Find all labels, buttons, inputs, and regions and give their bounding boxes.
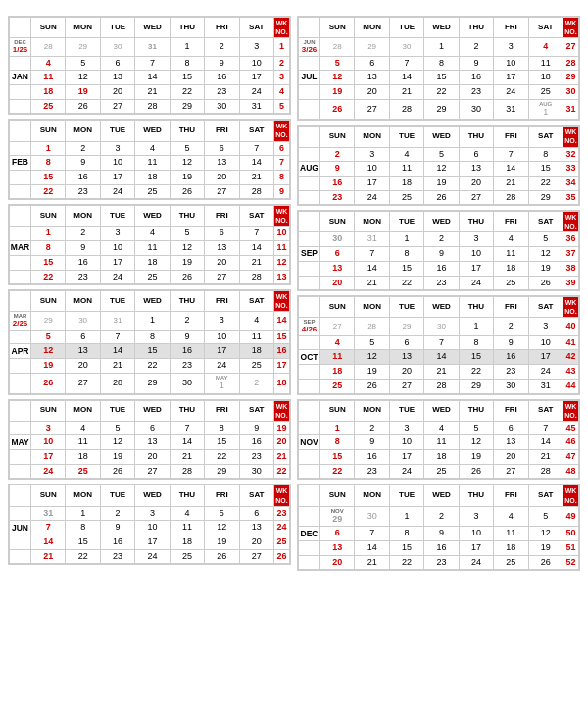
day-cell: 24 [389,464,423,479]
calendar-row: 1415161718192025 [10,535,290,550]
day-cell: 30 [459,99,493,120]
month-col-header [10,485,31,506]
day-header-tue: TUE [389,297,423,318]
day-cell: 22 [31,270,66,284]
day-cell: 13 [459,162,493,177]
day-cell: 24 [494,84,528,99]
day-cell: 18 [320,365,355,380]
day-cell: 17 [459,261,493,276]
day-cell: 30 [170,373,204,393]
day-cell: 9 [424,527,459,541]
day-cell: 18 [135,255,170,270]
day-header-thu: THU [459,127,493,147]
month-label-cell [299,56,320,71]
day-cell: 18 [66,450,100,465]
day-cell: 10 [135,521,170,535]
day-cell: 3 [494,38,528,56]
day-cell: 3 [528,318,563,335]
month-label-cell: JUN [10,521,31,535]
day-cell: 5 [205,506,239,521]
day-cell: 6 [494,421,528,435]
day-cell: 21 [135,84,170,99]
day-cell: 11 [389,162,423,177]
calendar-row: 2223242526272848 [299,464,579,479]
day-cell: 3 [31,421,66,435]
day-cell: 9 [100,521,134,535]
day-cell: 22 [205,450,239,465]
day-cell: 2 [355,421,389,435]
month-label-cell: MAY [10,435,31,450]
day-cell: 7 [355,247,389,262]
day-cell: 27 [459,190,493,205]
day-cell: 12 [424,162,459,177]
day-cell: 14 [100,344,134,359]
calendar-row: 2021222324252639 [299,276,579,290]
month-label-cell: SEP [299,247,320,262]
day-cell: 30 [389,38,423,56]
day-cell: 18 [170,535,204,550]
day-cell: 3 [459,232,493,247]
calendar-row: NOV29301234549 [299,506,579,527]
week-number-cell: 42 [564,350,579,365]
day-header-wed: WED [424,18,459,38]
day-cell: 21 [355,555,389,570]
day-cell: 17 [459,541,493,556]
day-cell: 14 [528,435,563,450]
day-header-sun: SUN [31,400,66,421]
day-cell: 7 [528,421,563,435]
day-cell: 6 [66,330,100,344]
day-header-sun: SUN [31,485,66,506]
day-cell: 7 [239,141,273,156]
day-cell: 17 [100,170,134,184]
calendar-row: 456789102 [10,56,290,71]
day-cell: 3 [389,421,423,435]
day-cell: 20 [459,176,493,190]
day-cell: 27 [66,373,100,393]
day-cell: 28 [31,38,66,56]
day-cell: 3 [135,506,170,521]
calendar-row: DEC1/26282930311231 [10,38,290,56]
week-number-cell: 2 [274,56,290,71]
week-number-cell: 46 [564,435,579,450]
month-label-cell [299,464,320,479]
day-cell: 13 [135,435,170,450]
day-cell: 10 [528,335,563,350]
week-number-cell: 51 [564,541,579,556]
day-cell: 11 [239,330,273,344]
day-cell: 17 [389,450,423,465]
day-cell: 9 [66,156,100,171]
day-cell: 29 [355,38,389,56]
calendar-row: 123456745 [299,421,579,435]
day-cell: MAY1 [205,373,239,393]
day-header-wed: WED [135,18,170,38]
day-header-sun: SUN [31,121,66,141]
day-cell: 17 [355,176,389,190]
day-cell: 20 [205,170,239,184]
day-cell: 15 [31,170,66,184]
day-cell: 21 [170,450,204,465]
day-cell: 26 [528,555,563,570]
day-cell: NOV29 [320,506,355,527]
day-cell: 27 [135,464,170,479]
month-label-cell: FEB [10,156,31,171]
month-label-cell: JAN [10,71,31,85]
calendar-row: 222324252627289 [10,184,290,199]
day-cell: 23 [66,270,100,284]
day-cell: 6 [320,247,355,262]
day-cell: 8 [424,56,459,71]
day-header-wed: WED [424,127,459,147]
day-cell: 28 [424,379,459,393]
day-cell: 11 [170,521,204,535]
day-header-wed: WED [135,400,170,421]
day-cell: 20 [135,450,170,465]
month-label-cell [10,227,31,241]
week-number-cell: 36 [564,232,579,247]
week-number-cell: 13 [274,270,290,284]
day-cell: 29 [528,190,563,205]
month-label-cell [10,184,31,199]
calendar-row: 1516171819202112 [10,255,290,270]
day-header-sat: SAT [528,18,563,38]
calendar-row: OCT1112131415161742 [299,350,579,365]
day-cell: 3 [239,38,273,56]
day-cell: 28 [135,99,170,114]
